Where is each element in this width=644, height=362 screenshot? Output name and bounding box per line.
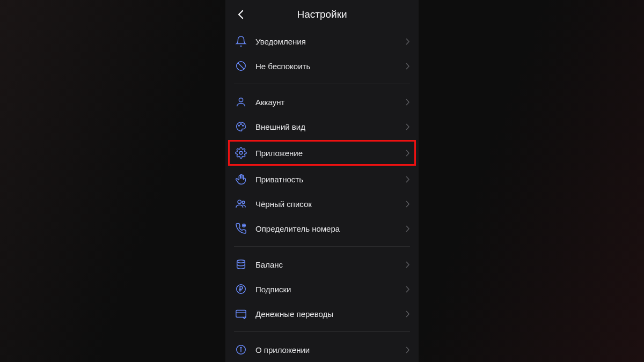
row-transfers[interactable]: Денежные переводы [225, 301, 419, 326]
card-icon [234, 307, 248, 321]
coins-icon [234, 257, 248, 271]
svg-rect-13 [236, 311, 246, 317]
chevron-right-icon [406, 38, 410, 45]
svg-point-11 [237, 260, 245, 263]
section-money: Баланс Подписки [225, 250, 419, 328]
divider [234, 84, 410, 84]
row-label: Подписки [255, 285, 406, 294]
hand-icon [234, 172, 248, 186]
row-label: Чёрный список [255, 200, 406, 209]
row-appearance[interactable]: Внешний вид [225, 114, 419, 139]
chevron-left-icon [238, 10, 244, 19]
row-label: Приложение [255, 149, 406, 158]
chevron-right-icon [406, 63, 410, 70]
section-notifications: Уведомления Не беспокоить [225, 27, 419, 80]
svg-point-2 [239, 98, 243, 102]
section-account: Аккаунт Внешний вид [225, 87, 419, 243]
row-dnd[interactable]: Не беспокоить [225, 54, 419, 78]
phone-icon [234, 221, 248, 235]
settings-panel: Настройки Уведомления [225, 0, 419, 362]
svg-point-17 [240, 347, 241, 348]
row-notifications[interactable]: Уведомления [225, 29, 419, 54]
chevron-right-icon [406, 201, 410, 208]
chevron-right-icon [406, 286, 410, 293]
row-privacy[interactable]: Приватность [225, 167, 419, 191]
header: Настройки [225, 0, 419, 27]
chevron-right-icon [406, 261, 410, 268]
row-callerid[interactable]: Определитель номера [225, 216, 419, 241]
row-label: Баланс [255, 260, 406, 269]
row-label: Не беспокоить [255, 62, 406, 71]
palette-icon [234, 120, 248, 134]
page-title: Настройки [233, 9, 411, 20]
info-icon [234, 343, 248, 357]
back-button[interactable] [233, 7, 248, 22]
chevron-right-icon [406, 176, 410, 183]
row-label: О приложении [255, 345, 406, 354]
svg-line-1 [238, 63, 244, 69]
row-label: Приватность [255, 175, 406, 184]
divider [234, 331, 410, 332]
row-label: Определитель номера [255, 224, 406, 233]
chevron-right-icon [406, 123, 410, 130]
divider [234, 246, 410, 247]
row-label: Денежные переводы [255, 309, 406, 319]
row-balance[interactable]: Баланс [225, 252, 419, 277]
svg-point-3 [238, 125, 239, 126]
row-application[interactable]: Приложение [229, 141, 415, 165]
chevron-right-icon [406, 311, 410, 317]
row-about[interactable]: О приложении [225, 337, 419, 362]
svg-point-4 [240, 124, 241, 125]
gear-icon [234, 146, 248, 160]
settings-list: Уведомления Не беспокоить [225, 27, 419, 362]
row-account[interactable]: Аккаунт [225, 90, 419, 114]
svg-point-8 [242, 201, 245, 204]
row-label: Внешний вид [255, 122, 406, 131]
users-icon [234, 197, 248, 211]
svg-point-7 [238, 200, 241, 203]
chevron-right-icon [406, 150, 410, 157]
row-subscriptions[interactable]: Подписки [225, 277, 419, 301]
chevron-right-icon [406, 346, 410, 353]
row-label: Аккаунт [255, 98, 406, 107]
no-entry-icon [234, 59, 248, 73]
row-blacklist[interactable]: Чёрный список [225, 191, 419, 216]
chevron-right-icon [406, 225, 410, 232]
user-icon [234, 95, 248, 109]
svg-point-5 [243, 125, 244, 126]
ruble-icon [234, 282, 248, 296]
chevron-right-icon [406, 99, 410, 106]
row-label: Уведомления [255, 37, 406, 46]
section-about: О приложении Помощь [225, 335, 419, 362]
bell-icon [234, 34, 248, 48]
svg-point-6 [239, 151, 243, 154]
